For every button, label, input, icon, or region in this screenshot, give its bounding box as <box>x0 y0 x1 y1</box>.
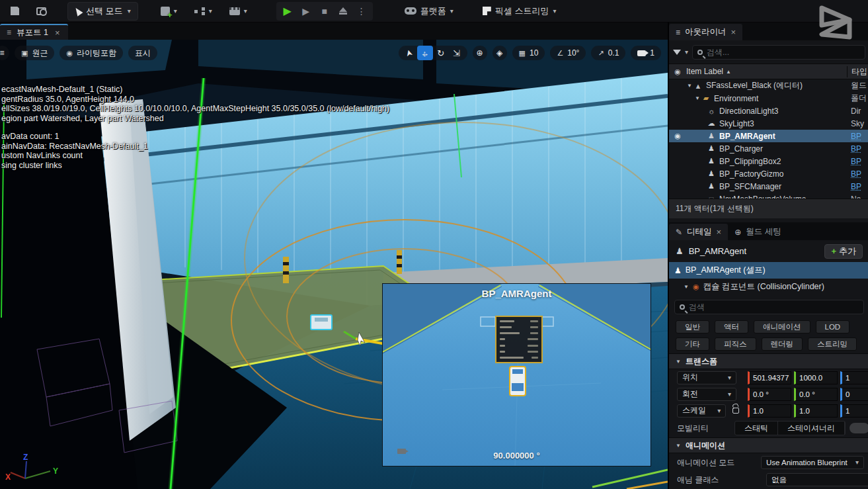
outliner-row-bp-amragent[interactable]: ◉ ♟ BP_AMRAgentBP <box>669 130 868 142</box>
world-local-toggle[interactable]: ⊕ <box>473 46 487 60</box>
viewport-menu-button[interactable]: ≡ <box>0 46 9 60</box>
axis-gizmo: X Y Z <box>3 452 63 486</box>
pixel-streaming-label: 픽셀 스트리밍 <box>495 5 549 17</box>
location-dropdown[interactable]: 위치▾ <box>677 371 736 384</box>
animation-mode-dropdown[interactable]: Use Animation Blueprint▾ <box>761 456 864 469</box>
chip-lod[interactable]: LOD <box>816 320 850 333</box>
scale-lock-icon[interactable] <box>732 408 739 414</box>
viewport-3d[interactable]: ≡ ▣ 원근 ◉ 라이팅포함 표시 ➤ ↻ ⇲ ⊕ ◈ ▦ 10 ∠ 10° <box>0 40 668 489</box>
close-icon[interactable]: × <box>717 227 722 237</box>
scale-x-field[interactable]: 1.0 <box>748 404 791 418</box>
outliner-row-bp-clippingbox2[interactable]: ♟ BP_ClippingBox2BP <box>669 155 868 167</box>
expander-icon[interactable]: ▼ <box>676 359 681 365</box>
mobility-static-button[interactable]: 스태틱 <box>735 422 778 435</box>
blueprints-dropdown[interactable]: ▾ <box>189 5 217 18</box>
scale-icon: ⇲ <box>453 48 460 58</box>
transform-section-header[interactable]: ▼ 트랜스폼 <box>669 353 868 369</box>
eye-icon[interactable]: ◉ <box>669 67 686 76</box>
details-search-input[interactable] <box>689 302 859 312</box>
expander-icon[interactable]: ▼ <box>676 443 681 449</box>
select-mode-label: 선택 모드 <box>86 5 123 17</box>
save-button[interactable] <box>5 4 24 18</box>
content-browser-button[interactable] <box>31 5 52 18</box>
expander-icon[interactable]: ▼ <box>684 284 689 290</box>
pip-agent-title: BP_AMRAgent <box>383 288 651 299</box>
mobility-toggle[interactable] <box>849 423 868 433</box>
type-column[interactable]: 타입 <box>847 66 868 77</box>
viewport-options-bar: ≡ ▣ 원근 ◉ 라이팅포함 표시 <box>0 46 157 60</box>
eject-button[interactable] <box>335 3 352 19</box>
scale-tool-button[interactable]: ⇲ <box>449 46 465 60</box>
outliner-row-bp-factorygizmo[interactable]: ♟ BP_FactoryGizmoBP <box>669 167 868 180</box>
outliner-row-folder[interactable]: ▼ ▰ Environment폴더 <box>669 92 868 105</box>
animation-section-header[interactable]: ▼ 애니메이션 <box>669 437 868 453</box>
expander-icon[interactable]: ▼ <box>686 83 693 89</box>
scale-z-field[interactable]: 1 <box>840 404 868 418</box>
select-tool-button[interactable]: ➤ <box>401 46 417 60</box>
select-mode-dropdown[interactable]: 선택 모드 ▾ <box>67 2 138 21</box>
close-icon[interactable]: × <box>731 27 736 37</box>
visibility-eye-icon[interactable]: ◉ <box>669 132 686 140</box>
chip-physics[interactable]: 피직스 <box>715 337 756 351</box>
anim-class-dropdown[interactable]: 없음▾ <box>766 473 868 486</box>
close-icon[interactable]: × <box>54 28 61 38</box>
rotation-dropdown[interactable]: 회전▾ <box>677 388 736 401</box>
grid-snap-control[interactable]: ▦ 10 <box>512 46 545 60</box>
rotation-snap-control[interactable]: ∠ 10° <box>550 46 586 60</box>
scale-snap-control[interactable]: ↗ 0.1 <box>591 46 625 60</box>
chevron-down-icon[interactable]: ▾ <box>685 49 688 56</box>
filter-icon[interactable] <box>673 50 681 55</box>
mobility-stationary-button[interactable]: 스테이셔너리 <box>778 422 845 435</box>
scale-y-field[interactable]: 1.0 <box>794 404 838 418</box>
chip-rendering[interactable]: 렌더링 <box>762 337 803 351</box>
outliner-row-bp-sfcmanager[interactable]: ♟ BP_SFCManagerBP <box>669 180 868 193</box>
expander-icon[interactable]: ▼ <box>694 95 701 101</box>
surface-snap-button[interactable]: ◈ <box>493 46 507 60</box>
outliner-row-bp-charger[interactable]: ♟ BP_ChargerBP <box>669 142 868 155</box>
tab-details[interactable]: ✎ 디테일 × <box>669 224 728 240</box>
location-z-field[interactable]: 1 <box>840 371 868 384</box>
location-x-field[interactable]: 501.94377 <box>748 371 791 384</box>
rotation-z-field[interactable]: 0 <box>840 388 868 401</box>
outliner-row-sky-light[interactable]: ☁ SkyLight3Sky <box>669 117 868 130</box>
outliner-search-input[interactable] <box>707 48 860 57</box>
item-label-column[interactable]: Item Label <box>686 67 723 76</box>
details-search[interactable] <box>674 300 864 314</box>
play-button[interactable]: ▶ <box>279 3 296 19</box>
outliner-search[interactable] <box>692 45 865 60</box>
folder-icon: ▰ <box>701 94 711 103</box>
scale-dropdown[interactable]: 스케일▾ <box>677 404 726 418</box>
tab-world-settings[interactable]: ⊕ 월드 세팅 <box>728 224 788 240</box>
outliner-row-navmeshboundsvolume[interactable]: □ NavMeshBoundsVolumeNa <box>669 193 868 199</box>
play-options-button[interactable]: ⋮ <box>353 3 370 19</box>
outliner-row-directional-light[interactable]: ☼ DirectionalLight3Dir <box>669 105 868 117</box>
outliner-column-header[interactable]: ◉ Item Label▲ 타입 <box>669 64 868 79</box>
add-component-button[interactable]: +추가 <box>824 244 863 259</box>
pixel-streaming-dropdown[interactable]: 픽셀 스트리밍 ▾ <box>477 3 562 20</box>
show-dropdown[interactable]: 표시 <box>128 46 157 60</box>
stop-button[interactable]: ■ <box>316 3 333 19</box>
component-row-self[interactable]: ♟ BP_AMRAgent (셀프) <box>669 262 868 279</box>
chip-animation[interactable]: 애니메이션 <box>754 320 810 333</box>
add-actor-dropdown[interactable]: ▾ <box>155 4 182 19</box>
rotation-x-field[interactable]: 0.0 ° <box>748 388 791 401</box>
chip-actor[interactable]: 액터 <box>715 320 748 333</box>
perspective-dropdown[interactable]: ▣ 원근 <box>15 46 54 60</box>
outliner-row-level[interactable]: ▼ ▲ SFassLevel_Black (에디터)월드 <box>669 79 868 92</box>
location-y-field[interactable]: 1000.0 <box>794 371 838 384</box>
view-mode-dropdown[interactable]: ◉ 라이팅포함 <box>59 46 123 60</box>
tab-viewport-1[interactable]: ≡ 뷰포트 1 × <box>0 24 68 40</box>
cinematics-dropdown[interactable]: ▾ <box>224 5 253 18</box>
camera-speed-control[interactable]: 1 <box>631 46 661 60</box>
frame-skip-button[interactable]: ▶ <box>297 3 315 19</box>
platforms-dropdown[interactable]: 플랫폼 ▾ <box>399 3 459 20</box>
rotation-y-field[interactable]: 0.0 ° <box>794 388 838 401</box>
tab-outliner[interactable]: ≡ 아웃라이너 × <box>669 24 742 40</box>
chip-general[interactable]: 일반 <box>676 320 709 333</box>
rotate-tool-button[interactable]: ↻ <box>433 46 449 60</box>
chip-streaming[interactable]: 스트리밍 <box>808 337 857 351</box>
pip-amr-robot <box>509 366 526 396</box>
move-tool-button[interactable] <box>417 46 433 60</box>
chip-misc[interactable]: 기타 <box>676 337 709 351</box>
component-row-capsule[interactable]: ▼ ◉ 캡슐 컴포넌트 (CollisionCylinder) <box>669 279 868 295</box>
